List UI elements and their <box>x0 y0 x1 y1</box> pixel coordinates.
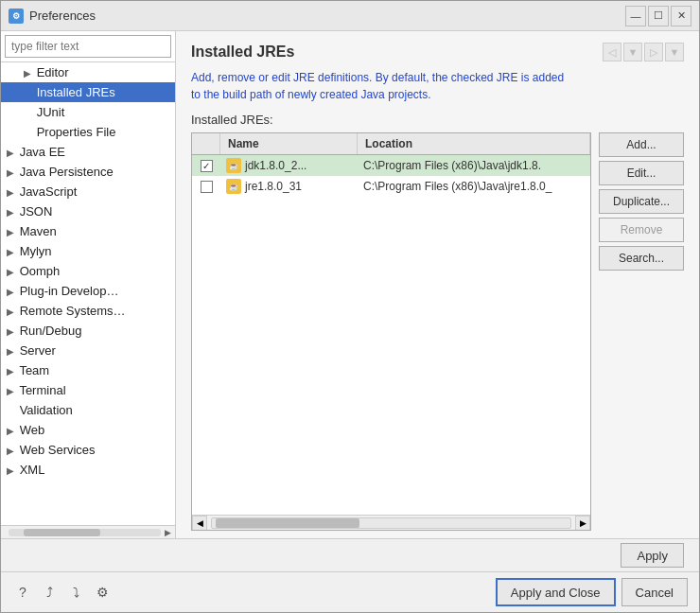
import-icon[interactable]: ⤵ <box>65 582 86 603</box>
sidebar-item-label-junit: JUnit <box>37 105 65 119</box>
main-content: ▶ Editor Installed JREs JUnit Properties… <box>1 31 699 538</box>
jre-section-label: Installed JREs: <box>191 113 684 127</box>
search-button[interactable]: Search... <box>599 246 684 271</box>
check-col-header <box>192 133 220 154</box>
scroll-track[interactable] <box>211 517 571 529</box>
sidebar-item-terminal[interactable]: ▶ Terminal <box>1 380 175 400</box>
export-icon[interactable]: ⤴ <box>39 582 60 603</box>
expand-arrow-team: ▶ <box>7 366 16 377</box>
title-bar: ⚙ Preferences — ☐ ✕ <box>1 1 699 31</box>
sidebar-item-plugin-develop[interactable]: ▶ Plug-in Develop… <box>1 281 175 301</box>
expand-arrow-terminal: ▶ <box>7 386 16 396</box>
sidebar-item-java-persistence[interactable]: ▶ Java Persistence <box>1 162 175 182</box>
jre-name-label-jre1: jre1.8.0_31 <box>245 180 302 193</box>
sidebar-item-web[interactable]: ▶ Web <box>1 420 175 440</box>
jre-action-buttons: Add... Edit... Duplicate... Remove Searc… <box>599 132 684 531</box>
sidebar-item-properties-file[interactable]: Properties File <box>1 122 175 142</box>
sidebar-item-json[interactable]: ▶ JSON <box>1 201 175 221</box>
tree-area: ▶ Editor Installed JREs JUnit Properties… <box>1 62 175 525</box>
sidebar-item-label-java-ee: Java EE <box>20 145 65 159</box>
expand-arrow-mylyn: ▶ <box>7 247 16 257</box>
scroll-right-arrow[interactable]: ▶ <box>165 528 171 537</box>
nav-back-button[interactable]: ◁ <box>603 43 621 61</box>
sidebar-item-remote-systems[interactable]: ▶ Remote Systems… <box>1 301 175 321</box>
bottom-bar: Apply ? ⤴ ⤵ ⚙ Apply and Close Cancel <box>1 538 699 612</box>
cancel-button[interactable]: Cancel <box>621 578 688 606</box>
sidebar-item-label-json: JSON <box>20 204 53 219</box>
expand-arrow-xml: ▶ <box>7 465 16 476</box>
maximize-button[interactable]: ☐ <box>648 6 669 26</box>
checkbox-indicator-jdk1[interactable]: ✓ <box>201 160 213 172</box>
scroll-left-arrow[interactable]: ◀ <box>192 516 207 531</box>
sidebar-item-web-services[interactable]: ▶ Web Services <box>1 440 175 460</box>
sidebar-item-javascript[interactable]: ▶ JavaScript <box>1 182 175 201</box>
add-button[interactable]: Add... <box>599 132 684 157</box>
sidebar-item-oomph[interactable]: ▶ Oomph <box>1 261 175 281</box>
sidebar-item-label-remote-systems: Remote Systems… <box>20 304 126 318</box>
edit-button[interactable]: Edit... <box>599 161 684 185</box>
checkbox-jdk1[interactable]: ✓ <box>192 158 220 174</box>
sidebar-item-server[interactable]: ▶ Server <box>1 341 175 360</box>
duplicate-button[interactable]: Duplicate... <box>599 189 684 214</box>
nav-back-dropdown[interactable]: ▼ <box>623 43 642 61</box>
sidebar-item-label-maven: Maven <box>20 224 57 238</box>
table-row[interactable]: ✓ ☕ jdk1.8.0_2... C:\Program Files (x86)… <box>192 155 590 176</box>
panel-title: Installed JREs <box>191 44 294 61</box>
sidebar-item-label-oomph: Oomph <box>20 264 61 278</box>
table-row-empty <box>192 322 590 342</box>
sidebar-item-xml[interactable]: ▶ XML <box>1 460 175 480</box>
expand-arrow-web-services: ▶ <box>7 446 16 456</box>
table-row[interactable]: ☕ jre1.8.0_31 C:\Program Files (x86)\Jav… <box>192 176 590 197</box>
sidebar-item-maven[interactable]: ▶ Maven <box>1 221 175 241</box>
sidebar-item-label-server: Server <box>20 343 56 358</box>
help-icon[interactable]: ? <box>12 582 33 603</box>
nav-forward-dropdown[interactable]: ▼ <box>665 43 684 61</box>
sidebar-item-editor[interactable]: ▶ Editor <box>1 62 175 82</box>
sidebar-item-label-properties-file: Properties File <box>37 125 116 139</box>
sidebar-item-label-web: Web <box>20 423 45 437</box>
nav-forward-button[interactable]: ▷ <box>644 43 663 61</box>
window-controls: — ☐ ✕ <box>625 6 691 26</box>
apply-close-button[interactable]: Apply and Close <box>496 578 616 606</box>
checkbox-indicator-jre1[interactable] <box>201 181 213 193</box>
sidebar-item-run-debug[interactable]: ▶ Run/Debug <box>1 321 175 341</box>
apply-button[interactable]: Apply <box>621 543 684 568</box>
sidebar-item-label-team: Team <box>19 363 49 377</box>
sidebar-item-java-ee[interactable]: ▶ Java EE <box>1 142 175 162</box>
sidebar-item-installed-jres[interactable]: Installed JREs <box>1 82 175 102</box>
remove-button[interactable]: Remove <box>599 218 684 242</box>
sidebar-item-label-javascript: JavaScript <box>20 184 78 199</box>
sidebar-item-label-java-persistence: Java Persistence <box>20 165 114 179</box>
sidebar-item-validation[interactable]: Validation <box>1 400 175 420</box>
table-row-empty <box>192 259 590 280</box>
expand-arrow-json: ▶ <box>7 207 16 218</box>
footer-icons: ? ⤴ ⤵ ⚙ <box>12 582 496 603</box>
sidebar-item-label-terminal: Terminal <box>19 383 65 397</box>
table-header: Name Location <box>192 133 590 155</box>
checkbox-jre1[interactable] <box>192 179 220 195</box>
sidebar-item-team[interactable]: ▶ Team <box>1 360 175 380</box>
expand-arrow-plugin-develop: ▶ <box>7 287 16 297</box>
footer-buttons: Apply and Close Cancel <box>496 578 688 606</box>
sidebar-item-label-editor: Editor <box>37 65 69 79</box>
sidebar-item-junit[interactable]: JUnit <box>1 102 175 122</box>
nav-buttons: ◁ ▼ ▷ ▼ <box>603 43 684 61</box>
minimize-button[interactable]: — <box>625 6 646 26</box>
close-button[interactable]: ✕ <box>671 6 691 26</box>
settings-icon[interactable]: ⚙ <box>92 582 113 603</box>
description-jre-highlight: JRE <box>497 71 518 84</box>
expand-arrow-remote-systems: ▶ <box>7 306 16 317</box>
preferences-window: ⚙ Preferences — ☐ ✕ ▶ Editor <box>0 0 700 613</box>
jre-location-jre1: C:\Program Files (x86)\Java\jre1.8.0_ <box>358 178 590 195</box>
scroll-right-btn[interactable]: ▶ <box>575 516 590 531</box>
jre-table-wrap: Name Location ✓ ☕ jdk1.8.0_2... <box>191 132 684 531</box>
table-row-empty <box>192 280 590 301</box>
horizontal-scrollbar[interactable]: ◀ ▶ <box>192 515 590 530</box>
expand-arrow-server: ▶ <box>7 346 16 357</box>
jre-name-label-jdk1: jdk1.8.0_2... <box>245 159 306 172</box>
filter-input[interactable] <box>5 35 171 58</box>
right-panel: Installed JREs ◁ ▼ ▷ ▼ Add, remove or ed… <box>176 31 699 538</box>
sidebar-item-mylyn[interactable]: ▶ Mylyn <box>1 241 175 261</box>
expand-arrow-oomph: ▶ <box>7 267 16 277</box>
sidebar-item-label-web-services: Web Services <box>20 443 96 457</box>
